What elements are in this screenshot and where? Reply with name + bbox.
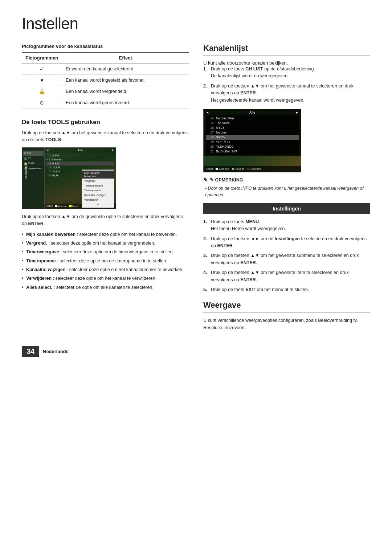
ss-menu-item: Timerweergave (82, 183, 114, 188)
weergave-section: Weergave U kunt verschillende weergaveop… (203, 300, 370, 331)
tools-screenshot: Kanalenlijst ⊞Alle 📺Tv 📻Radio ⊙Gegevenso (22, 147, 116, 209)
tools-p2: Druk op de toetsen ▲▼ om de gewenste opt… (22, 213, 189, 228)
tv-row: 19YLE PEILI (206, 140, 299, 144)
tv-row: 31BigBrother 24/7 (206, 149, 299, 154)
list-item: 5. Druk op de toets EXIT om het menu af … (203, 286, 370, 293)
tv-screenshot: ◄Alle► 14Nelonen Plus 15The Voice 16MTV3… (203, 109, 301, 172)
page-footer: 34 Nederlands (22, 346, 370, 357)
pictogram-table: Pictogrammen Effect ✓ Er wordt een kanaa… (22, 52, 189, 109)
tv-header-row: ◄Alle► (206, 111, 299, 114)
tv-row: 15The Voice (206, 121, 299, 126)
ss-menu-item: Vergrend. (82, 179, 114, 183)
instellingen-steps: 1. Druk op de toets MENU.Het menu Home w… (203, 218, 370, 293)
weergave-text: U kunt verschillende weergaveopties conf… (203, 317, 370, 331)
pictogram-section-title: Pictogrammen voor de kanaalstatus (22, 44, 189, 49)
tools-section: De toets TOOLS gebruiken Druk op de toet… (22, 119, 189, 291)
ss-menu-item: Mijn kanalen bewerken (82, 171, 114, 179)
weergave-title: Weergave (203, 300, 370, 313)
list-item: 2. Druk op de toetsen ▲▼ om het gewenste… (203, 83, 370, 104)
pictogram-icon-heart: ♥ (22, 75, 62, 86)
tools-p1: Druk op de toetsen ▲▼ om het gewenste ka… (22, 130, 189, 144)
ss-sidebar-item-tv: 📺Tv (23, 156, 44, 161)
pictogram-desc-heart: Een kanaal wordt ingesteld als favoriet. (62, 75, 189, 86)
instellingen-box: Instellingen (203, 203, 370, 214)
page-title: Instellen (22, 15, 370, 33)
ss-menu-popup: Mijn kanalen bewerken Vergrend. Timerwee… (82, 169, 114, 208)
ss-header: ◄ Alle ► (45, 148, 116, 153)
opmerking-title: ✎ ✎ OPMERKING (203, 177, 370, 183)
table-row: ✓ Er wordt een kanaal geselecteerd. (22, 64, 189, 75)
footer-lang: Nederlands (43, 349, 69, 354)
right-column: Kanalenlijst U kunt alle doorzochte kana… (203, 44, 370, 331)
pictogram-desc-lock: Een kanaal wordt vergrendeld. (62, 86, 189, 97)
opmerking-text: Door op de toets INFO te drukken kunt u … (203, 185, 370, 198)
tv-channel-overlay: ◄Alle► 14Nelonen Plus 15The Voice 16MTV3… (204, 109, 301, 156)
ss-menu-item: Verwijderen (82, 197, 114, 202)
ss-sidebar-item-alle: ⊞Alle (23, 151, 44, 156)
tools-bullet-list: Mijn kanalen bewerken : selecteer deze o… (22, 231, 189, 291)
kanalenlijst-title: Kanalenlijst (203, 44, 370, 56)
table-row: 🔒 Een kanaal wordt vergrendeld. (22, 86, 189, 97)
list-item: Timerweergave : selecteer deze optie om … (22, 249, 189, 255)
pictogram-icon-check: ✓ (22, 64, 62, 75)
pictogram-desc-clock: Een kanaal wordt gereserveerd. (62, 97, 189, 109)
kanalenlijst-section: Kanalenlijst U kunt alle doorzochte kana… (203, 44, 370, 293)
ss-row: ✓17Nelonen (46, 157, 114, 161)
pencil-icon: ✎ (203, 177, 208, 183)
pictogram-desc-check: Er wordt een kanaal geselecteerd. (62, 64, 189, 75)
table-col1-header: Pictogrammen (22, 52, 62, 64)
list-item: Alles select. : selecteer de optie om al… (22, 284, 189, 291)
opmerking-box: ✎ ✎ OPMERKING Door op de toets INFO te d… (203, 177, 370, 198)
pictogram-section: Pictogrammen voor de kanaalstatus Pictog… (22, 44, 189, 109)
kanalenlijst-intro: U kunt alle doorzochte kanalen bekijken. (203, 60, 370, 66)
table-row: ⊙ Een kanaal wordt gereserveerd. (22, 97, 189, 109)
table-row: ♥ Een kanaal wordt ingesteld als favorie… (22, 75, 189, 86)
ss-row: 18♥ Sub (46, 161, 114, 165)
ss-menu-item: Timeropname (82, 188, 114, 193)
ss-row: 19YLE P (46, 165, 114, 169)
pictogram-icon-clock: ⊙ (22, 97, 62, 109)
ss-row: 16MTV3 (46, 154, 114, 157)
list-item: Verwijderen : selecteer deze optie om he… (22, 275, 189, 282)
list-item: 4. Druk op de toetsen ▲▼ om het gewenste… (203, 269, 370, 283)
list-item: Timeropname : selecteer deze optie om de… (22, 258, 189, 265)
tv-row: 18SubTV (206, 135, 299, 140)
tv-channel-rows: 14Nelonen Plus 15The Voice 16MTV3 17Nelo… (206, 115, 299, 155)
list-item: 1. Druk op de toets MENU.Het menu Home w… (203, 218, 370, 233)
tv-bottom-bar: Kabel Antenne ✿ Verpl.ts ⊙ Bekijken (204, 166, 301, 172)
table-col2-header: Effect (62, 52, 189, 64)
page-number: 34 (22, 346, 39, 357)
list-item: Kanaalnr. wijzigen : selecteer deze opti… (22, 266, 189, 273)
tv-row: 14Nelonen Plus (206, 116, 299, 121)
tools-title: De toets TOOLS gebruiken (22, 119, 189, 126)
list-item: Mijn kanalen bewerken : selecteer deze o… (22, 231, 189, 238)
list-item: 1. Druk op de toets CH LIST op de afstan… (203, 66, 370, 80)
tv-row: 16MTV3 (206, 126, 299, 130)
tv-row: 20YLEMONDO (206, 144, 299, 149)
ss-sidebar-label: Kanalenlijst (23, 162, 29, 180)
list-item: 3. Druk op de toetsen ▲▼ om het gewenste… (203, 252, 370, 266)
list-item: 2. Druk op de toetsen ◄► om de Instellin… (203, 236, 370, 250)
left-column: Pictogrammen voor de kanaalstatus Pictog… (22, 44, 189, 331)
pictogram-icon-lock: 🔒 (22, 86, 62, 97)
kanalenlijst-steps: 1. Druk op de toets CH LIST op de afstan… (203, 66, 370, 104)
list-item: Vergrend. : selecteer deze optie om het … (22, 240, 189, 247)
ss-menu-item: ▼ (82, 202, 114, 207)
tv-row: 17Nelonen (206, 130, 299, 135)
ss-menu-item: Kanaalnr. wijzigen (82, 193, 114, 197)
